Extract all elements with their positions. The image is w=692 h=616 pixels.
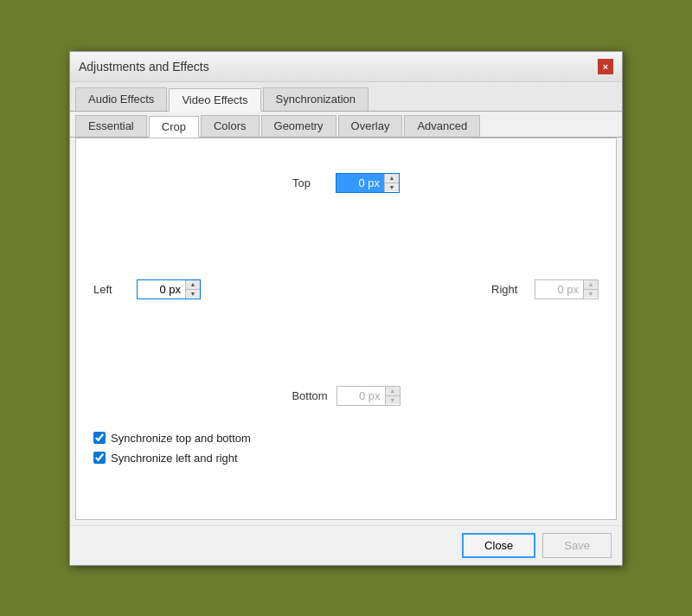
tab-overlay[interactable]: Overlay	[338, 115, 403, 137]
left-input[interactable]	[138, 280, 185, 298]
bottom-input[interactable]	[337, 387, 385, 405]
left-spin-down[interactable]: ▼	[186, 289, 200, 298]
top-spin-up[interactable]: ▲	[385, 174, 399, 183]
tab-advanced[interactable]: Advanced	[404, 115, 480, 137]
middle-row: Left ▲ ▼ Right ▲ ▼	[93, 279, 599, 299]
right-spin-up[interactable]: ▲	[584, 280, 598, 289]
tab-geometry[interactable]: Geometry	[261, 115, 336, 137]
bottom-spin-input[interactable]: ▲ ▼	[336, 386, 400, 406]
left-group: Left ▲ ▼	[93, 279, 201, 299]
left-spin-up[interactable]: ▲	[186, 280, 200, 289]
crop-grid: Top ▲ ▼ Left ▲ ▼	[93, 156, 599, 502]
main-tab-bar: Audio Effects Video Effects Synchronizat…	[70, 82, 622, 112]
bottom-spin-up[interactable]: ▲	[386, 387, 400, 395]
dialog-footer: Close Save	[70, 525, 622, 565]
crop-content: Top ▲ ▼ Left ▲ ▼	[75, 138, 617, 520]
top-row: Top ▲ ▼	[292, 173, 400, 193]
right-spin-down[interactable]: ▼	[584, 289, 598, 298]
sync-left-right-label: Synchronize left and right	[111, 452, 238, 465]
close-button[interactable]: Close	[462, 533, 535, 558]
sync-left-right-row: Synchronize left and right	[93, 452, 251, 465]
left-spin-buttons: ▲ ▼	[185, 280, 200, 298]
bottom-spin-down[interactable]: ▼	[386, 395, 400, 404]
right-label: Right	[491, 283, 526, 296]
save-button[interactable]: Save	[542, 533, 612, 558]
right-input[interactable]	[535, 280, 583, 298]
adjustments-effects-dialog: Adjustments and Effects × Audio Effects …	[69, 51, 623, 566]
left-label: Left	[93, 283, 128, 296]
sub-tab-bar: Essential Crop Colors Geometry Overlay A…	[70, 112, 622, 138]
bottom-spin-buttons: ▲ ▼	[385, 387, 400, 405]
right-spin-input[interactable]: ▲ ▼	[535, 279, 599, 299]
right-group: Right ▲ ▼	[491, 279, 599, 299]
sync-left-right-checkbox[interactable]	[93, 452, 106, 464]
sync-top-bottom-checkbox[interactable]	[93, 432, 106, 444]
tab-synchronization[interactable]: Synchronization	[263, 87, 369, 111]
checkboxes-group: Synchronize top and bottom Synchronize l…	[93, 432, 251, 465]
right-spin-buttons: ▲ ▼	[583, 280, 598, 298]
tab-audio-effects[interactable]: Audio Effects	[75, 87, 167, 111]
close-icon[interactable]: ×	[598, 59, 613, 74]
sync-top-bottom-row: Synchronize top and bottom	[93, 432, 251, 445]
bottom-label: Bottom	[292, 389, 327, 402]
left-spin-input[interactable]: ▲ ▼	[137, 279, 201, 299]
top-spin-buttons: ▲ ▼	[384, 174, 399, 192]
tab-colors[interactable]: Colors	[201, 115, 260, 137]
dialog-title: Adjustments and Effects	[79, 60, 209, 74]
top-spin-down[interactable]: ▼	[385, 183, 399, 191]
title-bar: Adjustments and Effects ×	[70, 52, 622, 82]
tab-video-effects[interactable]: Video Effects	[169, 88, 260, 112]
top-spin-input[interactable]: ▲ ▼	[336, 173, 400, 193]
sync-top-bottom-label: Synchronize top and bottom	[111, 432, 251, 445]
tab-crop[interactable]: Crop	[149, 116, 199, 138]
top-input[interactable]	[336, 174, 384, 192]
bottom-row: Bottom ▲ ▼	[292, 386, 400, 406]
tab-essential[interactable]: Essential	[75, 115, 147, 137]
top-label: Top	[292, 176, 327, 189]
